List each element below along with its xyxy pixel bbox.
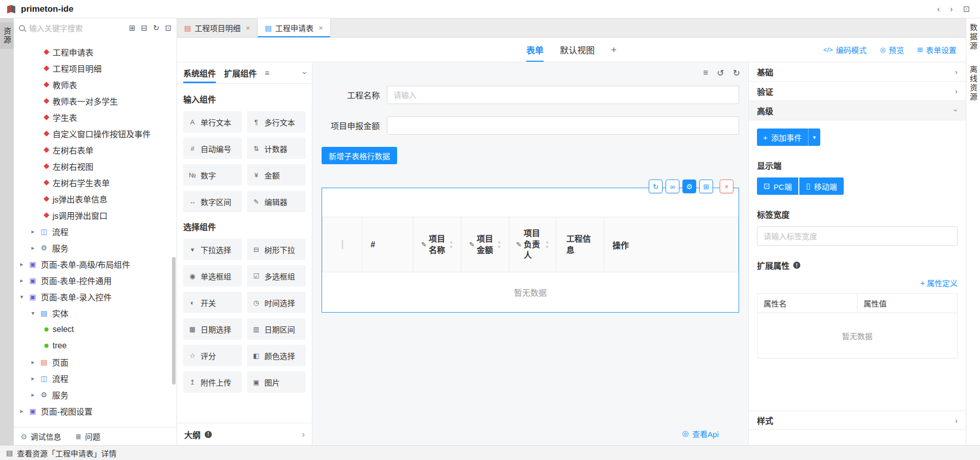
tab-default-view[interactable]: 默认视图	[560, 38, 595, 62]
component-item[interactable]: ¥金额	[247, 164, 306, 186]
tab-system-components[interactable]: 系统组件	[183, 62, 216, 83]
chevron-right-icon[interactable]: ▸	[30, 228, 36, 235]
accordion-advanced[interactable]: 高级 ›	[749, 101, 966, 120]
tree-item[interactable]: 学生表	[14, 109, 177, 125]
refresh-icon[interactable]: ↻	[153, 23, 160, 33]
component-item[interactable]: ▣图片	[247, 371, 306, 393]
pc-target-button[interactable]: ⊡PC端	[757, 177, 798, 195]
tree-item[interactable]: ▸▣页面-表单-高级/布局组件	[14, 256, 177, 272]
sort-up-icon[interactable]: ▲	[449, 240, 453, 244]
save-icon[interactable]: ⊡	[963, 4, 970, 14]
tree-item[interactable]: ▸◫流程	[14, 370, 177, 387]
outline-bar[interactable]: 大纲 ! ›	[177, 423, 312, 445]
label-width-input[interactable]	[757, 226, 958, 246]
add-view-button[interactable]: +	[611, 44, 617, 56]
chevron-right-icon[interactable]: ▸	[30, 375, 36, 382]
add-event-button[interactable]: +添加事件 ▾	[757, 129, 820, 146]
component-item[interactable]: ↔数字区间	[183, 191, 242, 212]
component-item[interactable]: ⇅计数器	[247, 138, 306, 159]
tree-item[interactable]: ▾▤实体	[14, 305, 177, 321]
chevron-right-icon[interactable]: ▸	[30, 359, 36, 366]
doc-tab-project-request[interactable]: ▤ 工程申请表 ×	[258, 18, 331, 37]
tree-item[interactable]: ▸▣页面-视图设置	[14, 403, 177, 419]
sort-icons[interactable]: ▲▼	[497, 240, 501, 249]
chevron-right-icon[interactable]: ▸	[19, 407, 24, 415]
tree-item[interactable]: 左树右视图	[14, 158, 177, 174]
tree-item[interactable]: select	[14, 321, 177, 338]
column-project-manager[interactable]: ✎项目负责人▲▼	[509, 217, 556, 272]
component-item[interactable]: ☆评分	[183, 345, 242, 366]
tree-item[interactable]: 左树右表单	[14, 142, 177, 158]
component-item[interactable]: ◉单选框组	[183, 265, 242, 287]
tree-item[interactable]: ▸▣页面-表单-控件通用	[14, 272, 177, 289]
component-item[interactable]: ▥日期区间	[247, 318, 306, 340]
component-item[interactable]: #自动编号	[183, 138, 242, 159]
preview-button[interactable]: ◎预览	[880, 44, 904, 55]
component-item[interactable]: ◐开关	[183, 292, 242, 313]
tree-item[interactable]: ▸⚙服务	[14, 387, 177, 403]
column-project-name[interactable]: ✎项目名称▲▼	[413, 217, 461, 272]
component-item[interactable]: №数字	[183, 164, 242, 186]
field-project-name[interactable]: 工程名称	[322, 86, 739, 104]
sort-down-icon[interactable]: ▼	[449, 245, 453, 249]
tree-item[interactable]: js弹出表单信息	[14, 191, 177, 207]
tree-scrollbar[interactable]	[172, 257, 176, 385]
tree-item[interactable]: 教师表一对多学生	[14, 93, 177, 109]
duplicate-icon[interactable]: ⊡	[165, 23, 172, 33]
folder-icon[interactable]: ⊟	[141, 23, 148, 33]
menu-icon[interactable]: ≡	[265, 68, 270, 77]
code-mode-button[interactable]: </>编码模式	[823, 44, 867, 55]
tree-item[interactable]: js调用弹出窗口	[14, 207, 177, 223]
search-input[interactable]	[29, 24, 125, 33]
forward-icon[interactable]: ›	[950, 5, 952, 14]
accordion-validation[interactable]: 验证 ›	[749, 82, 966, 101]
tree-item[interactable]: 教师表	[14, 76, 177, 93]
delete-icon[interactable]: ×	[720, 180, 733, 193]
tree-item[interactable]: tree	[14, 338, 177, 354]
chevron-down-icon[interactable]: ▾	[30, 310, 36, 317]
settings-gear-icon[interactable]: ⚙	[682, 180, 696, 193]
chevron-right-icon[interactable]: ›	[302, 430, 305, 439]
field-declared-amount[interactable]: 项目申报金额	[322, 116, 739, 135]
offline-resources-vertical-tab[interactable]: 离线资源	[968, 65, 978, 102]
accordion-basic[interactable]: 基础 ›	[749, 62, 966, 82]
chevron-right-icon[interactable]: ▸	[30, 391, 36, 398]
tab-extended-components[interactable]: 扩展组件	[224, 62, 257, 83]
sort-up-icon[interactable]: ▲	[497, 240, 501, 244]
docs-icon[interactable]: ⊞	[129, 23, 136, 33]
resources-vertical-tab[interactable]: 资源	[0, 22, 14, 49]
component-item[interactable]: ↥附件上传	[183, 371, 242, 393]
component-item[interactable]: A单行文本	[183, 111, 242, 133]
doc-tab-project-detail[interactable]: ▤ 工程项目明细 ×	[177, 18, 258, 37]
problems-button[interactable]: ≣问题	[76, 431, 101, 442]
close-icon[interactable]: ×	[246, 23, 250, 32]
link-icon[interactable]: ∞	[666, 180, 679, 193]
add-subtable-row-button[interactable]: 新增子表格行数据	[322, 147, 397, 164]
sort-icons[interactable]: ▲▼	[449, 240, 453, 249]
datasource-vertical-tab[interactable]: 数据源	[968, 23, 978, 51]
sync-icon[interactable]: ↻	[649, 180, 663, 193]
sort-up-icon[interactable]: ▲	[545, 240, 549, 244]
tree-item[interactable]: ▾▣页面-表单-录入控件	[14, 289, 177, 305]
copy-icon[interactable]: ⊞	[699, 180, 713, 193]
sort-icons[interactable]: ▲▼	[545, 240, 549, 249]
tree-item[interactable]: 工程项目明细	[14, 60, 177, 76]
chevron-right-icon[interactable]: ▸	[30, 244, 36, 251]
undo-icon[interactable]: ↺	[717, 68, 724, 79]
property-define-link[interactable]: +属性定义	[920, 277, 958, 288]
subtable-widget-selected[interactable]: ↻ ∞ ⚙ ⊞ ×	[322, 188, 739, 313]
component-item[interactable]: ⊟树形下拉	[247, 239, 306, 260]
tree-item[interactable]: ▸▤页面	[14, 354, 177, 370]
component-item[interactable]: ▾下拉选择	[183, 239, 242, 260]
close-icon[interactable]: ×	[318, 23, 323, 32]
tree-item[interactable]: 左树右学生表单	[14, 174, 177, 191]
collapse-panel-icon[interactable]: ›	[300, 71, 309, 74]
component-item[interactable]: ◷时间选择	[247, 292, 306, 313]
component-item[interactable]: ▦日期选择	[183, 318, 242, 340]
debug-info-button[interactable]: ⊙调试信息	[21, 431, 61, 442]
outline-icon[interactable]: ≡	[703, 68, 708, 78]
chevron-down-icon[interactable]: ▾	[19, 293, 24, 300]
column-project-amount[interactable]: ✎项目金额▲▼	[461, 217, 509, 272]
declared-amount-input[interactable]	[387, 116, 739, 135]
chevron-right-icon[interactable]: ▸	[19, 261, 24, 268]
